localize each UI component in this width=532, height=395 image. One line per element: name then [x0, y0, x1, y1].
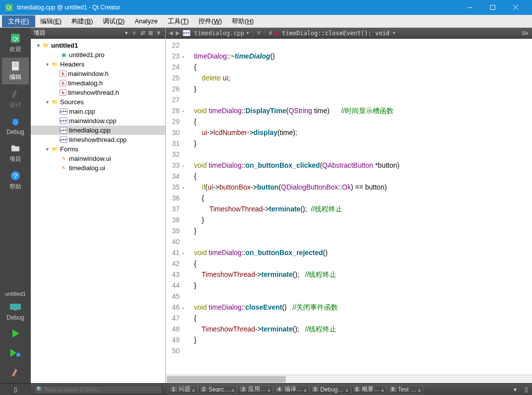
symbol-breadcrumb[interactable]: timeDialog::closeEvent(): void — [282, 30, 390, 37]
output-pane-6[interactable]: 6概要…▴ — [351, 385, 387, 394]
project-panel-header: 项目 ▾ ▿ ⇄ ⊞ ✕ — [31, 28, 165, 39]
tree-item-timedialog.h[interactable]: htimedialog.h — [31, 78, 165, 88]
svg-rect-0 — [467, 7, 472, 8]
tree-item-Sources[interactable]: ▾📁Sources — [31, 97, 165, 107]
menu-E[interactable]: 编辑(E) — [35, 15, 66, 27]
app-icon: Qt — [5, 3, 13, 11]
locator-input[interactable] — [34, 385, 163, 394]
tree-item-timeshowthread.cpp[interactable]: c++timeshowthread.cpp — [31, 135, 165, 144]
run-target-button[interactable]: Debug — [2, 299, 29, 324]
nav-back-icon[interactable]: ◀ — [169, 30, 173, 36]
output-pane-2[interactable]: 2Searc…▴ — [198, 385, 237, 394]
output-pane-4[interactable]: 4编译…▴ — [273, 385, 309, 394]
svg-rect-14 — [14, 310, 17, 311]
horizontal-scrollbar[interactable] — [166, 375, 532, 383]
window-title: timedialog.cpp @ untitled1 - Qt Creator — [17, 4, 459, 11]
menu-F[interactable]: 文件(F) — [2, 15, 35, 27]
menu-H[interactable]: 帮助(H) — [227, 15, 259, 27]
tree-item-untitled1.pro[interactable]: ▣untitled1.pro — [31, 50, 165, 60]
svg-rect-4 — [12, 62, 19, 70]
editor-area: ◀ ▶ c++ timedialog.cpp ▾ | ✕ | # ◆ timeD… — [166, 28, 532, 383]
method-icon: ◆ — [275, 30, 279, 36]
svg-line-10 — [18, 119, 20, 120]
tree-item-timedialog.ui[interactable]: ✎timedialog.ui — [31, 163, 165, 173]
svg-rect-13 — [10, 304, 21, 310]
menu-B[interactable]: 构建(B) — [66, 15, 98, 27]
open-file-name[interactable]: timedialog.cpp — [194, 30, 244, 37]
menu-T[interactable]: 工具(T) — [163, 15, 194, 27]
output-dropdown-icon[interactable]: ▾ — [510, 386, 521, 393]
menu-Analyze[interactable]: Analyze — [130, 16, 162, 26]
filter-icon[interactable]: ▿ — [131, 30, 138, 36]
link-icon[interactable]: ⇄ — [138, 30, 146, 36]
search-icon: 🔍 — [36, 386, 43, 393]
svg-text:?: ? — [13, 172, 17, 180]
svg-rect-1 — [491, 5, 495, 10]
mode-project[interactable]: 项目 — [2, 139, 29, 166]
output-pane-3[interactable]: 3应用…▴ — [237, 385, 273, 394]
tree-item-Headers[interactable]: ▾📁Headers — [31, 60, 165, 69]
kit-project-label: untitled1 — [3, 289, 28, 299]
symbol-dropdown-icon[interactable]: ▾ — [393, 30, 396, 36]
project-panel: 项目 ▾ ▿ ⇄ ⊞ ✕ ▾📁untitled1▣untitled1.pro▾📁… — [31, 28, 166, 383]
output-pane-1[interactable]: 1问题▴ — [168, 385, 198, 394]
menu-D[interactable]: 调试(D) — [98, 15, 130, 27]
panel-close-icon[interactable]: ✕ — [154, 30, 162, 36]
tree-item-main.cpp[interactable]: c++main.cpp — [31, 107, 165, 116]
split-icon[interactable]: ⊞ — [146, 30, 154, 36]
mode-debug[interactable]: Debug — [2, 113, 29, 138]
menu-W[interactable]: 控件(W) — [194, 15, 227, 27]
tree-item-untitled1[interactable]: ▾📁untitled1 — [31, 41, 165, 50]
tree-item-Forms[interactable]: ▾📁Forms — [31, 144, 165, 154]
status-bar: ▯ 🔍 1问题▴2Searc…▴3应用…▴4编译…▴5Debug…▴6概要…▴8… — [0, 383, 532, 395]
build-button[interactable] — [2, 364, 29, 382]
editor-toolbar: ◀ ▶ c++ timedialog.cpp ▾ | ✕ | # ◆ timeD… — [166, 28, 532, 39]
code-editor[interactable]: 2223⌄2425262728⌄2930313233⌄3435⌄36373839… — [166, 39, 532, 375]
svg-point-15 — [16, 353, 20, 357]
mode-design[interactable]: 设计 — [2, 85, 29, 112]
run-button[interactable] — [2, 325, 29, 343]
minimize-button[interactable] — [459, 0, 481, 15]
nav-fwd-icon[interactable]: ▶ — [176, 30, 180, 36]
project-tree[interactable]: ▾📁untitled1▣untitled1.pro▾📁Headershmainw… — [31, 39, 165, 383]
mode-edit[interactable]: 编辑 — [2, 58, 29, 84]
svg-line-9 — [11, 119, 12, 120]
toggle-left-sidebar-icon[interactable]: ▯ — [14, 386, 17, 393]
title-bar: Qt timedialog.cpp @ untitled1 - Qt Creat… — [0, 0, 532, 15]
svg-text:Qt: Qt — [12, 36, 18, 42]
project-dropdown-icon[interactable]: ▾ — [123, 30, 131, 36]
mode-welcome[interactable]: Qt欢迎 — [2, 30, 29, 57]
maximize-button[interactable] — [481, 0, 504, 15]
tab-close-icon[interactable]: ✕ — [257, 30, 261, 36]
output-pane-8[interactable]: 8Test …▴ — [387, 385, 423, 394]
tree-item-mainwindow.h[interactable]: hmainwindow.h — [31, 69, 165, 78]
tree-item-timedialog.cpp[interactable]: c++timedialog.cpp — [31, 126, 165, 135]
toggle-right-sidebar-icon[interactable]: ▯ — [521, 386, 532, 393]
outline-hash-icon: # — [268, 30, 272, 37]
svg-point-8 — [12, 119, 18, 126]
debug-run-button[interactable] — [2, 344, 29, 363]
mode-sidebar: Qt欢迎编辑设计Debug项目?帮助 untitled1 Debug — [0, 28, 31, 383]
tree-item-mainwindow.cpp[interactable]: c++mainwindow.cpp — [31, 116, 165, 126]
file-dropdown-icon[interactable]: ▾ — [246, 30, 249, 36]
close-button[interactable] — [504, 0, 527, 15]
mode-help[interactable]: ?帮助 — [2, 167, 29, 194]
output-pane-5[interactable]: 5Debug…▴ — [310, 385, 351, 394]
tree-item-timeshowthread.h[interactable]: htimeshowthread.h — [31, 88, 165, 97]
tree-item-mainwindow.ui[interactable]: ✎mainwindow.ui — [31, 154, 165, 163]
cpp-file-icon: c++ — [183, 30, 191, 36]
editor-split-icon[interactable]: ⊞▸ — [522, 30, 529, 36]
menu-bar: 文件(F)编辑(E)构建(B)调试(D)Analyze工具(T)控件(W)帮助(… — [0, 15, 532, 28]
